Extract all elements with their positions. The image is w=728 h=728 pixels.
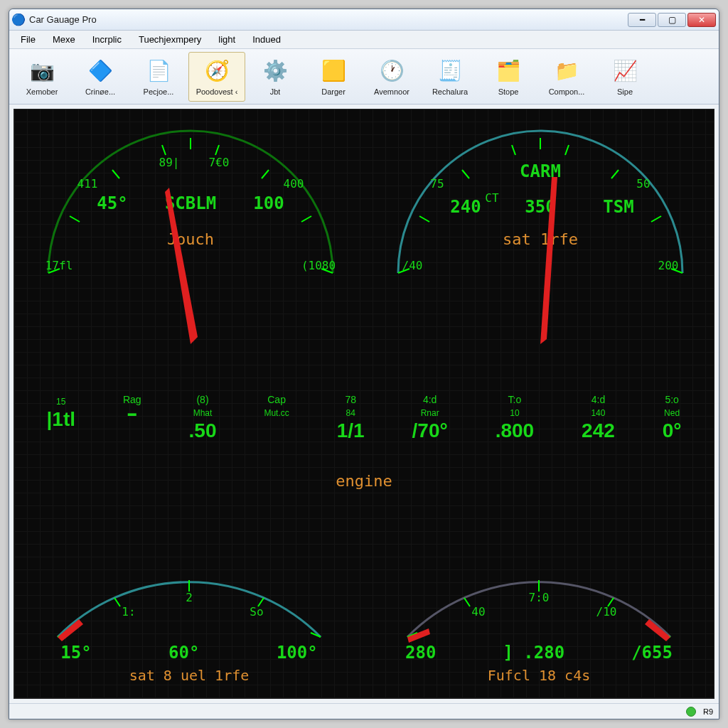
- svg-line-11: [419, 216, 429, 222]
- svg-text:2: 2: [186, 591, 193, 604]
- minimize-button[interactable]: ━: [628, 13, 656, 27]
- readout-row: 15|1tl Rag▬ (8)Mhat.50 CapMut.cc 78841/1…: [14, 394, 714, 442]
- svg-line-6: [162, 145, 166, 155]
- svg-line-14: [611, 170, 619, 178]
- readout-0: 15|1tl: [46, 394, 75, 442]
- gauge-bottom-left: 1: 2 So 15°60°100° sat 8 uel 1rfe: [36, 559, 342, 684]
- tool-rechalura[interactable]: 🧾Rechalura: [422, 52, 478, 102]
- card-icon: 🧾: [437, 58, 464, 85]
- menu-mexe[interactable]: Mexe: [46, 33, 82, 46]
- readout-2: (8)Mhat.50: [189, 394, 217, 442]
- page-icon: 📄: [145, 58, 172, 85]
- svg-line-12: [651, 216, 661, 222]
- gauge-l-t1b: 7€0: [209, 156, 230, 169]
- gauge-r-lt: 75: [430, 177, 444, 191]
- menu-indued[interactable]: Indued: [245, 33, 288, 46]
- gauge-l-lb: 17fl: [46, 259, 73, 272]
- close-button[interactable]: ✕: [687, 13, 716, 27]
- gauge-carm: CARM 240 CT 350 TSM 75 50 /40 200 sat 1r…: [370, 109, 704, 351]
- readout-1: Rag▬: [123, 394, 141, 442]
- readout-5: 4:dRnar/70°: [412, 394, 448, 442]
- svg-text:40: 40: [471, 605, 485, 619]
- toolbar: 📷Xemober 🔷Crinøe... 📄Pecjoe... 🧭Poodoves…: [9, 49, 719, 105]
- svg-text:/10: /10: [596, 605, 617, 619]
- gauge-l-2a: 45°: [97, 193, 127, 213]
- chart-icon: 📈: [611, 58, 638, 85]
- readout-6: T:o10.800: [496, 394, 535, 442]
- gauge-bottom-right: 40 7:0 /10 280] .280/655 Fufcl 18 c4s: [386, 559, 692, 684]
- shape-icon: 🔷: [87, 58, 114, 85]
- svg-text:7:0: 7:0: [529, 591, 550, 604]
- svg-line-15: [512, 145, 515, 155]
- tool-xemober[interactable]: 📷Xemober: [14, 52, 70, 102]
- titlebar[interactable]: 🔵 Car Gauage Pro ━ ▢ ✕: [9, 9, 719, 31]
- status-indicator-icon: [686, 707, 696, 717]
- gauge-r-sup: CT: [485, 191, 499, 205]
- svg-line-29: [464, 598, 470, 606]
- svg-line-3: [301, 216, 311, 222]
- window-title: Car Gauage Pro: [29, 14, 97, 25]
- svg-marker-35: [645, 619, 670, 641]
- svg-line-2: [70, 216, 80, 222]
- gauge-l-lt: 411: [77, 177, 98, 191]
- gauge-l-rb: (1080: [301, 259, 336, 272]
- readout-3: CapMut.cc: [264, 394, 289, 442]
- tool-sipe[interactable]: 📈Sipe: [596, 52, 653, 102]
- app-window: 🔵 Car Gauage Pro ━ ▢ ✕ File Mexe Incrpli…: [9, 9, 719, 719]
- svg-line-4: [112, 170, 119, 178]
- gauge-r-2a: 240: [450, 197, 481, 217]
- menu-file[interactable]: File: [14, 33, 43, 46]
- tool-pecjoe[interactable]: 📄Pecjoe...: [130, 52, 187, 102]
- dashboard-area: 89| 7€0 45° SCBLM 100 411 400 17fl (1080…: [14, 109, 714, 699]
- files-icon: 🗂️: [495, 58, 522, 85]
- tool-crinoe[interactable]: 🔷Crinøe...: [72, 52, 129, 102]
- gauge-l-2b: 100: [253, 193, 284, 213]
- clock-icon: 🕐: [378, 58, 405, 85]
- gauge-r-lb: /40: [402, 259, 423, 272]
- gauge-jouch: 89| 7€0 45° SCBLM 100 411 400 17fl (1080…: [20, 109, 354, 351]
- tool-poodovest[interactable]: 🧭Poodovest ‹: [188, 52, 245, 102]
- gauge-r-2b: TSM: [603, 197, 633, 217]
- readout-4: 78841/1: [337, 394, 365, 442]
- tool-compon[interactable]: 📁Compon...: [538, 52, 595, 102]
- badge-icon: 🟨: [320, 58, 347, 85]
- gauge-r-rb: 200: [658, 259, 679, 272]
- svg-line-16: [565, 145, 569, 155]
- app-icon: 🔵: [12, 14, 25, 26]
- gauge-r-rt: 50: [636, 177, 650, 191]
- svg-line-13: [462, 170, 469, 178]
- tool-darger[interactable]: 🟨Darger: [305, 52, 362, 102]
- menubar: File Mexe Incrplic Tuechjexmpery light I…: [9, 31, 719, 49]
- camera-icon: 📷: [28, 58, 55, 85]
- svg-text:So: So: [250, 605, 263, 619]
- svg-line-7: [215, 145, 219, 155]
- menu-light[interactable]: light: [211, 33, 242, 46]
- gauge-l-rt: 400: [284, 177, 304, 191]
- maximize-button[interactable]: ▢: [658, 13, 686, 27]
- menu-incrplic[interactable]: Incrplic: [85, 33, 129, 46]
- compass-icon: 🧭: [203, 58, 230, 85]
- svg-line-20: [114, 598, 120, 606]
- svg-line-5: [262, 170, 269, 178]
- folder-icon: 📁: [553, 58, 580, 85]
- menu-tuechjexmpery[interactable]: Tuechjexmpery: [132, 33, 208, 46]
- readout-8: 5:oNed0°: [663, 394, 682, 442]
- tool-avemnoor[interactable]: 🕐Avemnoor: [363, 52, 420, 102]
- tool-stope[interactable]: 🗂️Stope: [480, 52, 537, 102]
- svg-text:1:: 1:: [122, 605, 135, 619]
- statusbar: R9: [9, 703, 719, 719]
- gauge-r-name: sat 1rfe: [503, 230, 578, 248]
- gauge-l-t1a: 89|: [159, 156, 180, 169]
- gear-icon: ⚙️: [262, 58, 289, 85]
- readout-7: 4:d140242: [582, 394, 615, 442]
- svg-marker-26: [58, 619, 83, 641]
- tool-jbt[interactable]: ⚙️Jbt: [247, 52, 304, 102]
- status-text: R9: [703, 707, 713, 716]
- engine-label: engine: [14, 472, 714, 490]
